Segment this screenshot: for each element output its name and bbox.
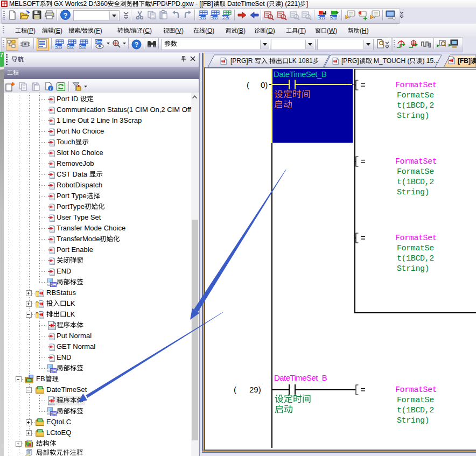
svg-text:Dev: Dev [79,45,86,48]
svg-text:?: ? [64,11,68,19]
svg-text:HKA: HKA [222,16,230,19]
svg-text:Dev: Dev [67,45,74,48]
svg-text:Dev: Dev [199,16,206,19]
svg-text:Dev: Dev [318,16,325,19]
svg-text:Dev: Dev [330,16,337,19]
svg-text:Dev: Dev [211,16,218,19]
svg-text:Dev: Dev [95,40,102,44]
svg-text:?: ? [135,41,138,48]
svg-text:Dev: Dev [55,45,62,48]
